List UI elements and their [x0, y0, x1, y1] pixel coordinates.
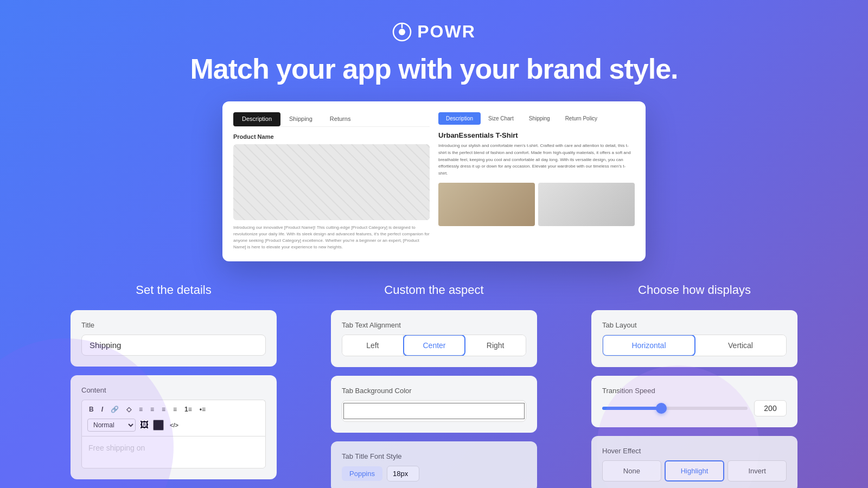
header: POWR Match your app with your brand styl…: [0, 0, 868, 101]
column-left-title: Set the details: [136, 283, 211, 297]
tab-layout-label: Tab Layout: [602, 321, 787, 329]
preview-right-tab-return-policy[interactable]: Return Policy: [558, 112, 605, 125]
italic-button[interactable]: I: [100, 404, 105, 414]
preview-img-2: [538, 183, 635, 226]
align-justify-btn[interactable]: ≡: [171, 404, 178, 414]
hover-highlight-btn[interactable]: Highlight: [665, 460, 725, 481]
title-card: Title: [71, 310, 277, 367]
tab-bg-color-card: Tab Background Color: [331, 376, 537, 433]
title-input[interactable]: [81, 335, 266, 356]
preview-right-tab-bar: Description Size Chart Shipping Return P…: [438, 112, 635, 125]
link-button[interactable]: 🔗: [109, 404, 120, 414]
title-label: Title: [81, 321, 266, 329]
align-center-btn[interactable]: ≡: [149, 404, 156, 414]
column-center-title: Custom the aspect: [384, 283, 483, 297]
editor-content-area[interactable]: Free shipping on: [81, 436, 266, 468]
format-select[interactable]: Normal Heading 1 Heading 2: [87, 419, 136, 432]
preview-product-name: Product Name: [233, 133, 430, 140]
list-ul-btn[interactable]: •≡: [198, 404, 207, 414]
tab-text-alignment-label: Tab Text Alignment: [342, 321, 526, 329]
preview-description-text: Introducing our innovative [Product Name…: [233, 224, 430, 251]
code-btn[interactable]: </>: [168, 421, 180, 429]
preview-right-tab-description[interactable]: Description: [438, 112, 481, 125]
align-left-option[interactable]: Left: [342, 335, 404, 356]
color-picker-btn[interactable]: [153, 420, 164, 431]
transition-speed-card: Transition Speed 200: [591, 376, 797, 427]
preview-product-image: [233, 144, 430, 220]
content-card: Content B I 🔗 ◇ ≡ ≡ ≡ ≡ 1≡ •≡ Normal Hea…: [71, 375, 277, 479]
headline: Match your app with your brand style.: [0, 53, 868, 85]
preview-tab-shipping[interactable]: Shipping: [280, 112, 321, 126]
layout-vertical-btn[interactable]: Vertical: [695, 335, 786, 356]
editor-preview-text: Free shipping on: [88, 444, 145, 452]
transition-speed-slider[interactable]: [602, 407, 748, 410]
slider-row: 200: [602, 400, 787, 416]
preview-left-tab-bar: Description Shipping Returns: [233, 112, 430, 127]
font-row: Poppins: [342, 466, 526, 481]
preview-right-tab-size-chart[interactable]: Size Chart: [481, 112, 521, 125]
align-right-option[interactable]: Right: [465, 335, 526, 356]
layout-horizontal-btn[interactable]: Horizontal: [602, 335, 695, 356]
preview-right-tab-shipping[interactable]: Shipping: [521, 112, 558, 125]
hover-effect-label: Hover Effect: [602, 447, 787, 455]
preview-left: Description Shipping Returns Product Nam…: [233, 112, 430, 251]
align-right-btn[interactable]: ≡: [160, 404, 167, 414]
hover-invert-btn[interactable]: Invert: [727, 460, 787, 481]
columns-section: Set the details Title Content B I 🔗 ◇ ≡ …: [0, 283, 868, 488]
preview-right-product-desc: Introducing our stylish and comfortable …: [438, 143, 635, 177]
alignment-buttons: Left Center Right: [342, 335, 526, 356]
transition-speed-label: Transition Speed: [602, 387, 787, 395]
align-left-btn[interactable]: ≡: [137, 404, 144, 414]
align-center-option[interactable]: Center: [403, 335, 466, 356]
tab-font-style-card: Tab Title Font Style Poppins: [331, 441, 537, 488]
tab-text-alignment-card: Tab Text Alignment Left Center Right: [331, 310, 537, 367]
font-name-badge: Poppins: [342, 466, 382, 481]
preview-tab-returns[interactable]: Returns: [321, 112, 360, 126]
tab-bg-color-label: Tab Background Color: [342, 387, 526, 395]
transition-speed-value: 200: [754, 400, 787, 416]
hover-none-btn[interactable]: None: [602, 460, 661, 481]
tab-layout-card: Tab Layout Horizontal Vertical: [591, 310, 797, 367]
preview-tab-description[interactable]: Description: [233, 112, 280, 126]
preview-img-1: [438, 183, 535, 226]
preview-right-images: [438, 183, 635, 226]
preview-right: Description Size Chart Shipping Return P…: [438, 112, 635, 251]
tab-bg-color-input[interactable]: [342, 400, 526, 422]
preview-window: Description Shipping Returns Product Nam…: [222, 101, 646, 261]
column-right: Choose how displays Tab Layout Horizonta…: [564, 283, 825, 488]
image-btn[interactable]: 🖼: [140, 420, 149, 430]
logo-text: POWR: [417, 22, 476, 42]
font-size-input[interactable]: [387, 466, 419, 481]
logo: POWR: [0, 22, 868, 42]
column-center: Custom the aspect Tab Text Alignment Lef…: [304, 283, 564, 488]
hover-effect-card: Hover Effect None Highlight Invert: [591, 436, 797, 488]
tab-font-style-label: Tab Title Font Style: [342, 452, 526, 460]
highlight-button[interactable]: ◇: [125, 404, 133, 414]
powr-logo-icon: [392, 22, 412, 42]
list-ol-btn[interactable]: 1≡: [183, 404, 194, 414]
column-right-title: Choose how displays: [638, 283, 751, 297]
layout-buttons: Horizontal Vertical: [602, 335, 787, 356]
editor-toolbar: B I 🔗 ◇ ≡ ≡ ≡ ≡ 1≡ •≡ Normal Heading 1 H…: [81, 400, 266, 436]
column-left: Set the details Title Content B I 🔗 ◇ ≡ …: [43, 283, 304, 488]
bold-button[interactable]: B: [87, 404, 95, 414]
hover-buttons: None Highlight Invert: [602, 460, 787, 481]
preview-right-product-title: UrbanEssentials T-Shirt: [438, 131, 635, 139]
content-label: Content: [81, 386, 266, 394]
svg-point-1: [399, 29, 405, 35]
